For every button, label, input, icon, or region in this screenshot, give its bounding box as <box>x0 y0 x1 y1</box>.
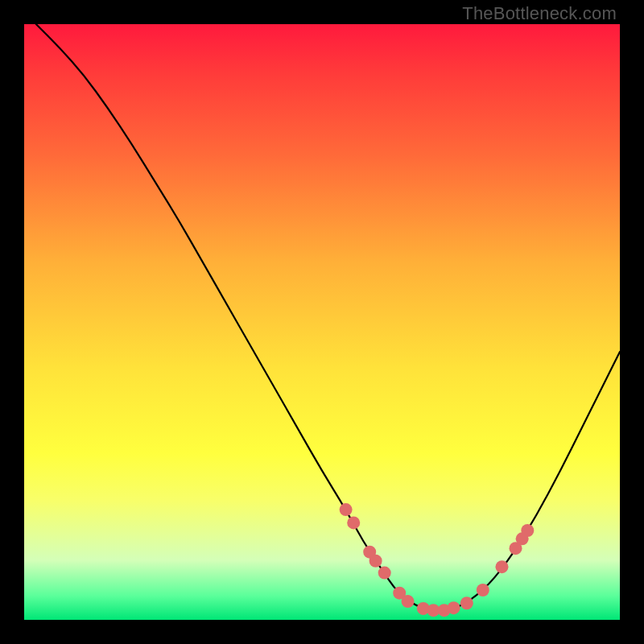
marker-dot <box>402 595 415 608</box>
marker-dot <box>448 601 460 614</box>
marker-dot <box>369 555 382 568</box>
highlight-points <box>340 503 535 617</box>
marker-dot <box>340 503 353 516</box>
marker-dot <box>521 524 534 537</box>
marker-dot <box>378 567 391 580</box>
marker-dot <box>477 584 489 597</box>
watermark-text: TheBottleneck.com <box>462 3 617 24</box>
chart-svg <box>24 24 620 620</box>
marker-dot <box>495 560 508 573</box>
bottleneck-curve <box>36 24 620 610</box>
marker-dot <box>460 597 473 609</box>
marker-dot <box>347 516 360 529</box>
